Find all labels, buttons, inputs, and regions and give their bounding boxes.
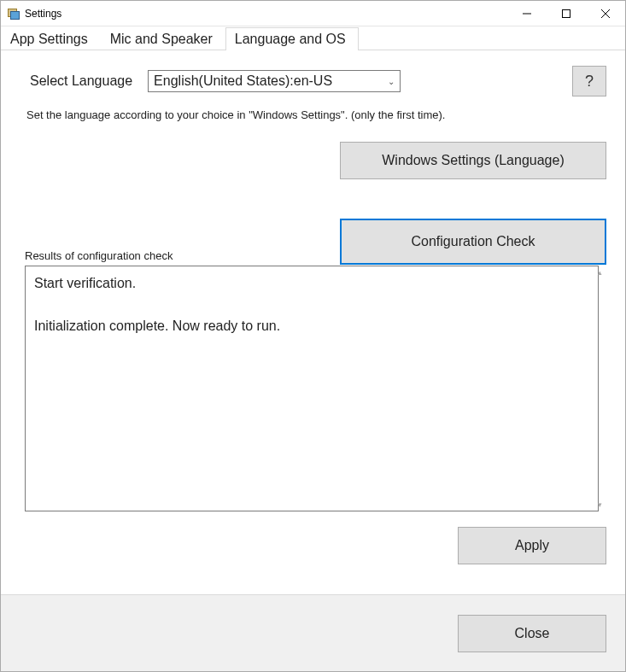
tab-language-and-os[interactable]: Language and OS <box>225 27 359 50</box>
chevron-down-icon: ⌄ <box>388 77 395 86</box>
maximize-button[interactable] <box>547 1 586 26</box>
configuration-check-button-label: Configuration Check <box>412 234 535 249</box>
select-language-label: Select Language <box>30 73 132 89</box>
results-container: Start verification. Initialization compl… <box>25 266 606 511</box>
svg-rect-1 <box>563 9 570 17</box>
dialog-footer: Close <box>1 594 625 671</box>
language-dropdown-value: English(United States):en-US <box>154 73 332 89</box>
language-dropdown[interactable]: English(United States):en-US ⌄ <box>148 70 401 92</box>
language-row: Select Language English(United States):e… <box>25 66 606 96</box>
results-label: Results of configuration check <box>25 249 606 262</box>
apply-button-label: Apply <box>515 538 549 553</box>
tab-strip: App Settings Mic and Speaker Language an… <box>1 26 625 50</box>
close-icon <box>601 9 610 18</box>
help-icon: ? <box>585 73 594 91</box>
tab-mic-and-speaker[interactable]: Mic and Speaker <box>101 27 225 50</box>
apply-button[interactable]: Apply <box>458 527 606 564</box>
close-button-label: Close <box>515 626 550 641</box>
maximize-icon <box>562 9 570 18</box>
windows-settings-button[interactable]: Windows Settings (Language) <box>340 142 606 179</box>
window-title: Settings <box>25 8 507 20</box>
language-note: Set the language according to your choic… <box>26 108 606 121</box>
results-textarea[interactable]: Start verification. Initialization compl… <box>25 266 599 511</box>
window-controls <box>507 1 625 26</box>
minimize-button[interactable] <box>507 1 547 26</box>
tab-content: Select Language English(United States):e… <box>1 50 625 594</box>
app-icon <box>6 7 20 20</box>
tab-app-settings[interactable]: App Settings <box>1 27 101 50</box>
close-window-button[interactable] <box>586 1 625 26</box>
close-button[interactable]: Close <box>458 615 606 652</box>
help-button[interactable]: ? <box>572 66 606 96</box>
action-button-stack: Windows Settings (Language) Configuratio… <box>25 142 606 265</box>
windows-settings-button-label: Windows Settings (Language) <box>382 153 564 168</box>
apply-row: Apply <box>25 527 606 564</box>
title-bar: Settings <box>1 1 625 26</box>
minimize-icon <box>523 9 531 18</box>
